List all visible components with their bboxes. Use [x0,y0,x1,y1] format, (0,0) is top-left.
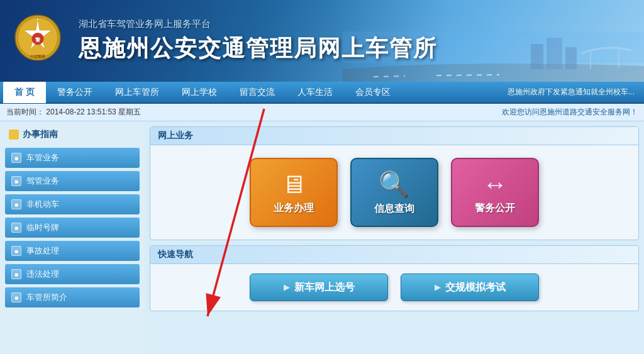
quick-btn-exam[interactable]: ▶ 交规模拟考试 [401,274,539,301]
nav-notice: 恩施州政府下发紧急通知就全州校车... [402,87,641,97]
business-handle-icon: 🖥 [281,170,306,199]
sidebar-bullet-icon: ■ [11,199,21,209]
sidebar-item-temp-plate[interactable]: ■ 临时号牌 [5,218,140,238]
nav-item-police-affairs[interactable]: 警务公开 [46,81,104,103]
nav-item-vehicle-management[interactable]: 网上车管所 [104,81,170,103]
online-business-section: 网上业务 🖥 业务办理 🔍 信息查询 ↔ 警务公开 [150,126,639,240]
sidebar-bullet-icon: ■ [11,153,21,163]
main-layout: 办事指南 ■ 车管业务 ■ 驾管业务 ■ 非机动车 ■ 临时号牌 ■ 事故处理 … [0,121,644,354]
statusbar: 当前时间： 2014-08-22 13:51:53 星期五 欢迎您访问恩施州道路… [0,104,644,121]
business-handle-label: 业务办理 [274,202,314,215]
nav-item-messages[interactable]: 留言交流 [228,81,286,103]
sidebar-header-icon [9,130,19,140]
svg-text:警: 警 [35,37,41,43]
business-police-label: 警务公开 [475,202,515,215]
online-business-header: 网上业务 [150,127,638,145]
time-label: 当前时间： [6,108,44,116]
sidebar-bullet-icon: ■ [11,269,21,279]
svg-text:中国警察: 中国警察 [30,54,46,58]
sidebar-item-label: 事故处理 [26,245,59,257]
sidebar-header-title: 办事指南 [23,129,58,140]
quick-btn-exam-label: 交规模拟考试 [445,281,506,294]
status-welcome: 欢迎您访问恩施州道路交通安全服务网！ [141,107,638,118]
sidebar-bullet-icon: ■ [11,292,21,302]
business-card-inquiry[interactable]: 🔍 信息查询 [350,158,438,227]
sidebar-item-label: 非机动车 [26,199,59,210]
sidebar: 办事指南 ■ 车管业务 ■ 驾管业务 ■ 非机动车 ■ 临时号牌 ■ 事故处理 … [0,121,145,354]
sidebar-item-driving[interactable]: ■ 驾管业务 [5,171,140,191]
business-police-icon: ↔ [482,170,508,199]
sidebar-bullet-icon: ■ [11,223,21,233]
quick-nav-header: 快速导航 [150,246,638,264]
status-time: 当前时间： 2014-08-22 13:51:53 星期五 [6,107,141,118]
navbar: 首 页 警务公开 网上车管所 网上学校 留言交流 人车生活 会员专区 恩施州政府… [0,82,644,104]
sidebar-item-vehicle[interactable]: ■ 车管业务 [5,148,140,168]
time-value: 2014-08-22 13:51:53 星期五 [46,108,141,116]
nav-item-home[interactable]: 首 页 [3,81,46,103]
quick-nav-buttons: ▶ 新车网上选号 ▶ 交规模拟考试 [150,264,638,311]
header-subtitle: 湖北省车驾管业务网上服务平台 [79,18,437,30]
sidebar-item-label: 违法处理 [26,268,59,280]
sidebar-item-label: 临时号牌 [26,222,59,233]
nav-item-car-life[interactable]: 人车生活 [286,81,344,103]
sidebar-bullet-icon: ■ [11,176,21,186]
quick-btn-arrow-icon: ▶ [284,283,289,292]
header-title: 恩施州公安交通管理局网上车管所 [79,33,437,64]
business-cards-container: 🖥 业务办理 🔍 信息查询 ↔ 警务公开 [150,145,638,240]
business-inquiry-icon: 🔍 [379,170,410,199]
sidebar-item-intro[interactable]: ■ 车管所简介 [5,287,140,307]
sidebar-item-label: 车管所简介 [26,292,67,303]
sidebar-bullet-icon: ■ [11,246,21,256]
business-card-police[interactable]: ↔ 警务公开 [451,158,539,227]
header-text-block: 湖北省车驾管业务网上服务平台 恩施州公安交通管理局网上车管所 [79,18,437,64]
quick-btn-new-car-label: 新车网上选号 [294,281,355,294]
police-badge-logo: 警 中国警察 [13,13,69,69]
business-inquiry-label: 信息查询 [374,202,414,216]
business-card-handle[interactable]: 🖥 业务办理 [250,158,338,227]
header: 警 中国警察 湖北省车驾管业务网上服务平台 恩施州公安交通管理局网上车管所 [0,0,644,82]
sidebar-item-label: 车管业务 [26,152,59,163]
quick-nav-section: 快速导航 ▶ 新车网上选号 ▶ 交规模拟考试 [150,245,639,311]
sidebar-item-violation[interactable]: ■ 违法处理 [5,264,140,284]
nav-item-online-school[interactable]: 网上学校 [170,81,228,103]
quick-btn-new-car[interactable]: ▶ 新车网上选号 [250,274,388,301]
sidebar-item-non-motor[interactable]: ■ 非机动车 [5,194,140,214]
nav-item-members[interactable]: 会员专区 [344,81,402,103]
sidebar-header: 办事指南 [5,126,140,143]
quick-btn-arrow-icon: ▶ [435,283,440,292]
sidebar-item-accident[interactable]: ■ 事故处理 [5,241,140,261]
sidebar-item-label: 驾管业务 [26,175,59,187]
content-area: 网上业务 🖥 业务办理 🔍 信息查询 ↔ 警务公开 快速导航 [145,121,644,354]
